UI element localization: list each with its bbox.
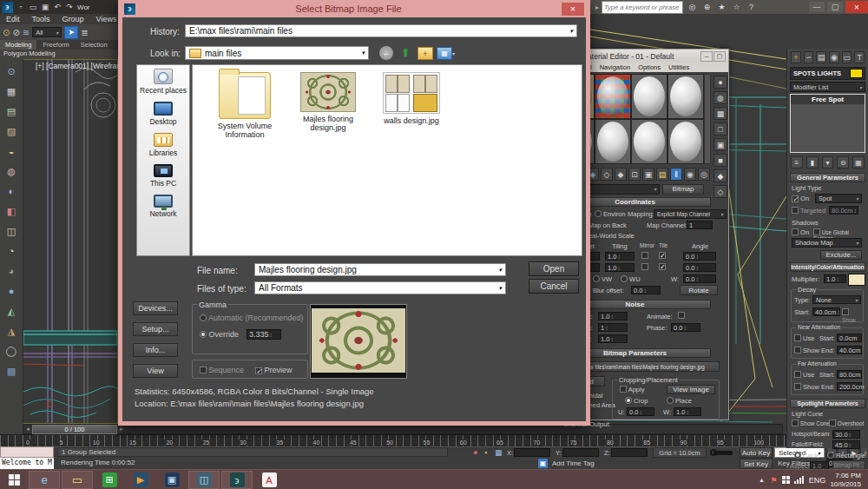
time-slider-left-arrow[interactable]: ◂ bbox=[23, 426, 32, 433]
camera-viewport[interactable]: [+] [Camera001] [Wireframe ] bbox=[23, 59, 118, 424]
y-coordinate-field[interactable] bbox=[562, 448, 599, 457]
overshoot-checkbox[interactable]: Overshoot bbox=[829, 420, 864, 426]
sample-tiling-icon[interactable]: □ bbox=[713, 122, 727, 135]
file-item-3[interactable]: walls design.jpg bbox=[372, 72, 451, 125]
x-coordinate-field[interactable] bbox=[514, 448, 550, 457]
taskbar-autodesk[interactable]: A bbox=[254, 471, 284, 489]
info-button[interactable]: Info... bbox=[133, 343, 178, 357]
v-tile-checkbox[interactable]: ✓ bbox=[659, 263, 666, 270]
decay-type-dropdown[interactable]: None▾ bbox=[812, 295, 861, 304]
place-desktop[interactable]: Desktop bbox=[137, 98, 189, 129]
material-slot-4[interactable] bbox=[667, 74, 704, 119]
save-file-icon[interactable]: ▣ bbox=[39, 2, 51, 12]
maximize-button[interactable]: ▢ bbox=[827, 2, 843, 12]
devices-button[interactable]: Devices... bbox=[133, 301, 178, 315]
w-angle-field[interactable]: 0.0↕ bbox=[683, 274, 716, 283]
select-and-link-icon[interactable]: ⊙ bbox=[3, 64, 19, 78]
tray-expand-icon[interactable]: ▲ bbox=[755, 470, 767, 489]
sample-type-icon[interactable]: ● bbox=[713, 76, 727, 89]
redo-icon[interactable]: ↷ bbox=[63, 2, 76, 12]
taskbar-explorer[interactable]: ▭ bbox=[62, 471, 93, 489]
go-back-icon[interactable]: ← bbox=[379, 46, 393, 60]
far-show-checkbox[interactable]: Show bbox=[794, 383, 819, 391]
create-new-folder-icon[interactable]: + bbox=[418, 47, 433, 60]
language-indicator[interactable]: ENG bbox=[806, 470, 828, 489]
history-dropdown[interactable]: E:\max files\rami\main files▾ bbox=[185, 24, 577, 37]
options-icon[interactable]: ◆ bbox=[713, 169, 727, 182]
up-one-level-icon[interactable]: ⬆ bbox=[398, 46, 412, 60]
menu-tools[interactable]: Tools bbox=[26, 15, 56, 23]
render-setup-icon[interactable]: ◔ bbox=[3, 244, 19, 258]
gamma-automatic-radio[interactable]: Automatic (Recommended) bbox=[200, 314, 304, 322]
angle-snap-icon[interactable]: ◮ bbox=[3, 324, 19, 338]
blur-offset-field[interactable]: 0.0↕ bbox=[631, 286, 661, 294]
new-scene-icon[interactable]: ▫ bbox=[15, 2, 27, 12]
light-color-swatch[interactable] bbox=[850, 69, 863, 78]
maxscript-mini-listener[interactable] bbox=[0, 446, 54, 458]
light-on-checkbox[interactable]: ✓ On bbox=[792, 195, 809, 202]
absolute-mode-icon[interactable]: ▦ bbox=[495, 448, 503, 457]
material-type-button[interactable]: Bitmap bbox=[662, 184, 704, 195]
file-item-1[interactable]: System Volume Information bbox=[205, 72, 285, 140]
circle-radio[interactable]: Circle bbox=[794, 452, 819, 459]
u-tile-checkbox[interactable]: ✓ bbox=[659, 252, 666, 259]
slots-scrollbar[interactable] bbox=[704, 74, 711, 164]
remove-modifier-icon[interactable]: ⊖ bbox=[837, 156, 849, 169]
spinner-snap-icon[interactable]: ▩ bbox=[3, 364, 19, 378]
select-by-name-icon[interactable]: ≣ bbox=[81, 28, 88, 37]
shadows-on-checkbox[interactable]: On bbox=[792, 228, 809, 236]
undo-icon[interactable]: ↶ bbox=[51, 2, 63, 12]
time-tag-icon[interactable]: ▣ bbox=[538, 459, 548, 468]
make-unique-icon[interactable]: ▾ bbox=[822, 156, 834, 169]
open-button[interactable]: Open bbox=[529, 261, 579, 276]
view-button[interactable]: View bbox=[133, 364, 178, 378]
hotspot-field[interactable]: 30.0↕ bbox=[832, 430, 860, 439]
tab-freeform[interactable]: Freeform bbox=[37, 40, 74, 50]
gamma-override-radio[interactable]: Override bbox=[200, 330, 239, 339]
sequence-checkbox[interactable]: Sequence bbox=[200, 366, 244, 374]
crop-w-field[interactable]: 1.0↕ bbox=[674, 407, 701, 416]
workspace-label[interactable]: Wor bbox=[77, 3, 90, 11]
v-mirror-checkbox[interactable] bbox=[641, 263, 648, 270]
close-button[interactable]: × bbox=[845, 1, 868, 13]
place-recent[interactable]: Recent places bbox=[137, 65, 189, 98]
configure-modifier-sets-icon[interactable]: ▦ bbox=[852, 156, 865, 169]
keyword-search-input[interactable] bbox=[602, 1, 683, 14]
file-name-combo[interactable]: Majles flooring design.jpg▾ bbox=[254, 263, 506, 276]
setup-button[interactable]: Setup... bbox=[133, 322, 178, 336]
dialog-titlebar[interactable]: ϶ Select Bitmap Image File × bbox=[122, 0, 586, 17]
pin-stack-icon[interactable]: ≡ bbox=[791, 156, 803, 169]
files-of-type-combo[interactable]: All Formats▾ bbox=[254, 281, 506, 294]
render-icon[interactable]: ● bbox=[3, 284, 19, 298]
me-menu-utilities[interactable]: Utilities bbox=[668, 63, 689, 71]
vw-radio[interactable]: VW bbox=[593, 275, 612, 283]
show-end-result-icon[interactable]: ‖ bbox=[670, 168, 682, 181]
background-icon[interactable]: ▦ bbox=[713, 107, 727, 120]
tray-windows-icon[interactable] bbox=[779, 470, 792, 489]
u-angle-field[interactable]: 0.0↕ bbox=[683, 252, 716, 261]
amount-field[interactable]: 1.0↕ bbox=[598, 312, 628, 320]
crop-radio[interactable]: Crop bbox=[625, 397, 648, 405]
u-mirror-checkbox[interactable] bbox=[641, 252, 648, 259]
taskbar-3dsmax[interactable]: ϶ bbox=[221, 471, 253, 489]
favorites-icon[interactable]: ★ bbox=[715, 2, 728, 13]
me-menu-navigation[interactable]: Navigation bbox=[600, 63, 630, 71]
go-to-parent-icon[interactable]: ◉ bbox=[684, 168, 696, 181]
make-copy-icon[interactable]: ◆ bbox=[615, 168, 627, 181]
tab-utilities[interactable]: T bbox=[854, 51, 865, 63]
view-menu-arrow[interactable]: ▾ bbox=[452, 50, 455, 56]
set-key-button[interactable]: Set Key bbox=[740, 459, 773, 469]
show-end-result-stack-icon[interactable]: ▮ bbox=[806, 156, 819, 169]
percent-snap-icon[interactable]: ◯ bbox=[3, 344, 19, 358]
preview-checkbox[interactable]: ✓ Preview bbox=[255, 366, 293, 374]
size-field[interactable]: 1.0↕ bbox=[598, 334, 628, 343]
tab-create[interactable]: + bbox=[791, 51, 801, 63]
tab-motion[interactable]: ◉ bbox=[829, 51, 839, 63]
reset-map-icon[interactable]: ◇ bbox=[601, 168, 613, 181]
layer-manager-icon[interactable]: ◒ bbox=[3, 144, 19, 158]
snaps-toggle-icon[interactable]: ◭ bbox=[3, 304, 19, 318]
time-slider-right-arrow[interactable]: ▸ bbox=[117, 426, 126, 433]
open-file-icon[interactable]: ▭ bbox=[27, 2, 39, 12]
track-bar[interactable]: 0510152025303540455055606570758085909510… bbox=[0, 434, 786, 446]
me-minimize-button[interactable]: – bbox=[700, 51, 713, 62]
